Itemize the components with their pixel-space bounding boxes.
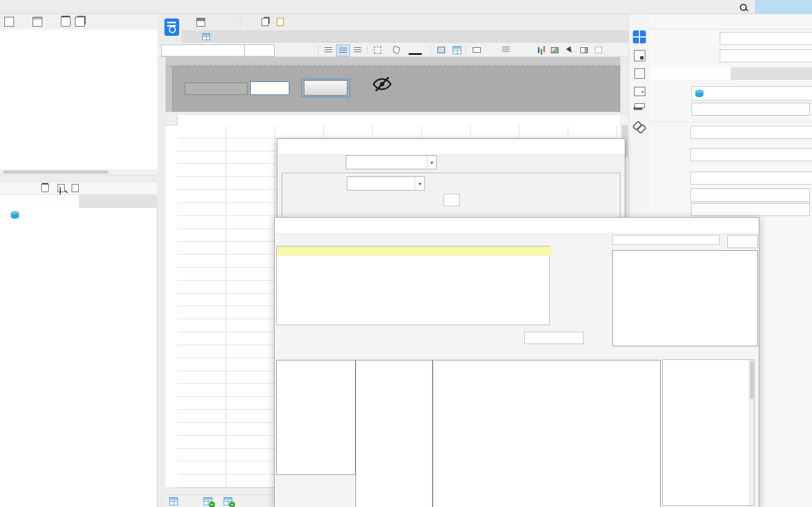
- cell-element-panel-icon[interactable]: [633, 30, 646, 43]
- align-left-button[interactable]: [322, 45, 335, 55]
- custom-button[interactable]: [690, 188, 810, 202]
- delete-icon[interactable]: [61, 17, 71, 27]
- tab-server-dataset[interactable]: [79, 195, 157, 208]
- section-length-label: [185, 83, 248, 95]
- align-right-button[interactable]: [351, 45, 364, 55]
- italic-button[interactable]: [288, 45, 301, 55]
- settings-icon[interactable]: [47, 17, 56, 27]
- ab-widget-button[interactable]: [485, 45, 498, 55]
- pointer-icon: [566, 46, 574, 54]
- panel-splitter[interactable]: [0, 175, 157, 182]
- condition-attributes-panel-icon[interactable]: [635, 103, 645, 108]
- dataset-node[interactable]: [4, 211, 26, 220]
- align-center-button[interactable]: [336, 45, 350, 56]
- frame-button[interactable]: [592, 45, 605, 55]
- formula-input-area[interactable]: [276, 246, 550, 325]
- sheet-icon: [169, 497, 178, 505]
- formula-definition-dialog: [274, 217, 759, 507]
- frame-icon: [595, 47, 602, 53]
- paste-icon[interactable]: [277, 18, 284, 26]
- delete-dataset-icon[interactable]: [41, 184, 49, 192]
- copy-icon[interactable]: [75, 17, 85, 27]
- widget-button[interactable]: [578, 45, 591, 55]
- float-element-panel-icon[interactable]: [635, 68, 645, 79]
- unmerge-cells-button[interactable]: [451, 45, 464, 55]
- font-size-select[interactable]: [244, 45, 275, 56]
- add-grid-sheet-icon[interactable]: [204, 497, 212, 505]
- account-button[interactable]: [755, 0, 812, 14]
- font-family-select[interactable]: [161, 45, 246, 56]
- visibility-off-icon[interactable]: [371, 74, 394, 97]
- dataset-select[interactable]: [692, 86, 812, 100]
- injection-button[interactable]: [692, 103, 810, 116]
- formula-button[interactable]: [513, 45, 530, 55]
- merge-cells-button[interactable]: [435, 45, 448, 55]
- copy-icon[interactable]: [262, 18, 269, 26]
- pointer-button[interactable]: [563, 45, 576, 55]
- refresh-icon[interactable]: [18, 17, 28, 27]
- template-view-icon[interactable]: [33, 17, 42, 27]
- scroll-thumb[interactable]: [3, 170, 109, 174]
- tab-advanced[interactable]: [731, 67, 812, 80]
- paint-bucket-icon: [392, 46, 400, 54]
- database-icon: [11, 212, 19, 219]
- select-all-corner[interactable]: [166, 115, 177, 125]
- search-button[interactable]: [727, 235, 758, 248]
- add-chart-sheet-icon[interactable]: [224, 497, 232, 505]
- filter-edit-button[interactable]: [691, 203, 810, 216]
- info-dot-icon: [640, 56, 644, 60]
- close-icon[interactable]: [610, 141, 620, 152]
- description-scrollbar[interactable]: [749, 360, 754, 505]
- preview-dataset-icon[interactable]: [58, 184, 65, 192]
- function-type-list: [276, 360, 356, 475]
- image-icon: [551, 47, 559, 53]
- bold-button[interactable]: [274, 45, 287, 55]
- border-icon: [374, 47, 381, 54]
- scroll-up-icon[interactable]: [621, 115, 629, 124]
- font-color-button[interactable]: [409, 45, 422, 55]
- display-modes-select[interactable]: ▾: [347, 176, 425, 191]
- data-setting-mode-select[interactable]: [690, 172, 812, 185]
- save-icon[interactable]: [196, 18, 205, 27]
- image-button[interactable]: [548, 45, 561, 55]
- dialog-titlebar[interactable]: [275, 218, 759, 234]
- data-setting-group-select[interactable]: [690, 148, 812, 161]
- function-search-input[interactable]: [612, 235, 720, 245]
- format-brush-icon[interactable]: [293, 14, 302, 22]
- formula-more-button[interactable]: [443, 194, 460, 206]
- validity-check-button[interactable]: [524, 332, 583, 344]
- form-canvas[interactable]: [166, 66, 620, 112]
- cell-ref-input[interactable]: [720, 32, 812, 45]
- insert-cell-element-select[interactable]: [720, 49, 812, 62]
- query-button[interactable]: [304, 80, 347, 96]
- underline-button[interactable]: [302, 45, 315, 55]
- tab-template-dataset[interactable]: [0, 195, 79, 208]
- widget-settings-panel-icon[interactable]: ▾: [634, 87, 645, 96]
- fill-color-button[interactable]: [390, 45, 403, 55]
- data-column-select[interactable]: [690, 126, 812, 139]
- cell-attribute-panel-icon[interactable]: [634, 50, 645, 61]
- list-icon: [502, 47, 510, 53]
- border-button[interactable]: [371, 45, 384, 55]
- tab-basic[interactable]: [649, 67, 731, 80]
- new-sheet-icon[interactable]: [202, 33, 210, 40]
- template-preview-icon[interactable]: [164, 18, 179, 36]
- formula-description-box[interactable]: [662, 359, 754, 506]
- horizontal-ruler: [166, 57, 620, 66]
- text-widget-button[interactable]: [470, 45, 483, 55]
- file-tree-hscrollbar[interactable]: [0, 169, 157, 175]
- new-template-icon[interactable]: [4, 17, 14, 27]
- search-results-box[interactable]: [612, 250, 758, 346]
- search-button[interactable]: [737, 2, 749, 12]
- list-widget-button[interactable]: [499, 45, 512, 55]
- custom-group-type-select[interactable]: ▾: [346, 155, 437, 169]
- section-length-input[interactable]: [250, 81, 289, 95]
- document-tabs: [182, 30, 629, 43]
- edit-query-icon[interactable]: [72, 184, 79, 192]
- unmerge-cells-icon: [453, 46, 461, 54]
- close-icon[interactable]: [740, 220, 751, 231]
- scroll-thumb[interactable]: [750, 361, 753, 399]
- dialog-titlebar[interactable]: [277, 139, 625, 155]
- caret-icon: ▾: [642, 90, 644, 94]
- chart-button[interactable]: [532, 45, 545, 55]
